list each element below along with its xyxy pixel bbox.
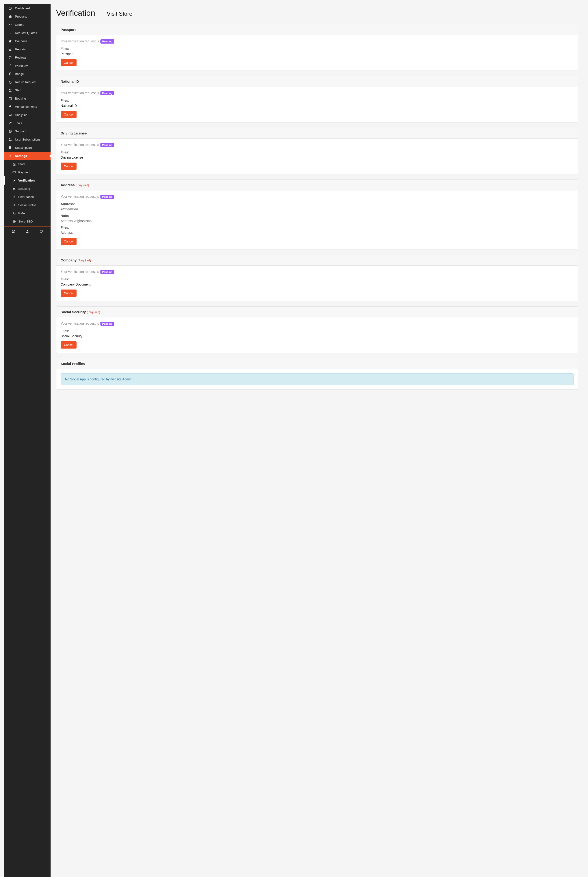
users-icon bbox=[8, 138, 13, 141]
submenu-item-label: Social Profile bbox=[18, 203, 36, 207]
sidebar-item-tools[interactable]: Tools bbox=[4, 119, 51, 127]
submenu-item-label: Shipping bbox=[18, 187, 30, 190]
undo-icon bbox=[12, 212, 16, 215]
sidebar-item-products[interactable]: Products bbox=[4, 12, 51, 21]
sidebar-item-settings[interactable]: Settings bbox=[4, 152, 51, 160]
life-ring-icon bbox=[8, 129, 13, 133]
files-label: Files: bbox=[61, 329, 574, 333]
user-icon[interactable] bbox=[26, 230, 29, 234]
card-body: Your verification request is PendingFile… bbox=[56, 35, 578, 71]
sidebar-item-label: Coupons bbox=[15, 39, 27, 43]
sidebar-item-return-request[interactable]: Return Request bbox=[4, 78, 51, 86]
sidebar-item-request-quotes[interactable]: Request Quotes bbox=[4, 29, 51, 37]
status-badge: Pending bbox=[100, 91, 114, 95]
submenu-item-store[interactable]: Store bbox=[4, 160, 51, 168]
required-label: (Required) bbox=[78, 259, 91, 262]
sidebar-item-support[interactable]: Support bbox=[4, 127, 51, 135]
status-badge: Pending bbox=[100, 195, 114, 199]
status-line: Your verification request is Pending bbox=[61, 322, 574, 325]
files-label: Files: bbox=[61, 226, 574, 229]
globe-icon bbox=[12, 220, 16, 223]
sidebar-item-label: Reviews bbox=[15, 56, 27, 59]
sidebar-item-reports[interactable]: Reports bbox=[4, 45, 51, 53]
verification-card-social-security: Social Security (Required)Your verificat… bbox=[56, 306, 578, 353]
gift-icon bbox=[8, 39, 13, 43]
note-value: Address: Afghanistan bbox=[61, 219, 574, 223]
sidebar-item-label: Return Request bbox=[15, 80, 36, 84]
cancel-button[interactable]: Cancel bbox=[61, 162, 76, 170]
cancel-button[interactable]: Cancel bbox=[61, 111, 76, 118]
sidebar-item-booking[interactable]: Booking bbox=[4, 95, 51, 102]
card-header: Passport bbox=[56, 24, 578, 35]
card-header: National ID bbox=[56, 76, 578, 87]
sidebar-item-withdraw[interactable]: Withdraw bbox=[4, 62, 51, 70]
sidebar-item-coupons[interactable]: Coupons bbox=[4, 37, 51, 45]
status-line: Your verification request is Pending bbox=[61, 91, 574, 95]
visit-store-link[interactable]: Visit Store bbox=[107, 11, 132, 17]
sidebar-item-subscription[interactable]: Subscription bbox=[4, 144, 51, 152]
status-line: Your verification request is Pending bbox=[61, 195, 574, 199]
status-line: Your verification request is Pending bbox=[61, 270, 574, 274]
external-link-icon[interactable] bbox=[12, 230, 15, 234]
page-title: Verification bbox=[56, 8, 95, 18]
sidebar-item-label: Analytics bbox=[15, 113, 27, 117]
submenu-item-rma[interactable]: RMA bbox=[4, 209, 51, 217]
sidebar-item-label: Orders bbox=[15, 23, 24, 27]
status-badge: Pending bbox=[100, 270, 114, 274]
status-prefix: Your verification request is bbox=[61, 270, 100, 274]
sidebar-item-label: Tools bbox=[15, 121, 22, 125]
submenu-item-social-profile[interactable]: Social Profile bbox=[4, 201, 51, 209]
sidebar-item-label: Withdraw bbox=[15, 64, 28, 68]
submenu-item-label: ShipStation bbox=[18, 195, 34, 199]
area-chart-icon bbox=[8, 113, 13, 117]
comments-icon bbox=[8, 56, 13, 59]
cancel-button[interactable]: Cancel bbox=[61, 341, 76, 349]
required-label: (Required) bbox=[76, 184, 89, 187]
submenu-item-store-seo[interactable]: Store SEO bbox=[4, 217, 51, 226]
sidebar-item-orders[interactable]: Orders bbox=[4, 21, 51, 29]
sidebar-item-label: Support bbox=[15, 129, 26, 133]
sidebar-item-announcements[interactable]: Announcements bbox=[4, 102, 51, 111]
cart-icon bbox=[8, 23, 13, 27]
sidebar-item-analytics[interactable]: Analytics bbox=[4, 111, 51, 119]
status-badge: Pending bbox=[100, 39, 114, 44]
card-title: Address bbox=[61, 183, 75, 187]
submenu-item-payment[interactable]: Payment bbox=[4, 168, 51, 176]
sidebar-item-user-subscriptions[interactable]: User Subscriptions bbox=[4, 135, 51, 144]
undo-icon bbox=[8, 80, 13, 84]
card-body: Your verification request is PendingAddr… bbox=[56, 190, 578, 249]
cancel-button[interactable]: Cancel bbox=[61, 59, 76, 66]
chart-icon bbox=[8, 48, 13, 51]
file-name: Address bbox=[61, 231, 574, 235]
card-header: Company (Required) bbox=[56, 255, 578, 266]
power-icon[interactable] bbox=[39, 230, 43, 234]
card-title: Passport bbox=[61, 28, 76, 32]
sidebar-item-badge[interactable]: Badge bbox=[4, 70, 51, 78]
address-value: Afghanistan bbox=[61, 207, 574, 211]
verification-card-address: Address (Required)Your verification requ… bbox=[56, 179, 578, 250]
card-header: Social Security (Required) bbox=[56, 307, 578, 317]
card-title: National ID bbox=[61, 80, 79, 83]
file-name: Social Security bbox=[61, 334, 574, 338]
sidebar-item-dashboard[interactable]: Dashboard bbox=[4, 4, 51, 12]
sidebar-item-staff[interactable]: Staff bbox=[4, 86, 51, 95]
sidebar-item-reviews[interactable]: Reviews bbox=[4, 53, 51, 62]
submenu-item-shipping[interactable]: Shipping bbox=[4, 185, 51, 193]
cancel-button[interactable]: Cancel bbox=[61, 290, 76, 297]
files-label: Files: bbox=[61, 150, 574, 154]
list-icon bbox=[8, 31, 13, 35]
file-name: Driving License bbox=[61, 155, 574, 159]
status-prefix: Your verification request is bbox=[61, 322, 100, 325]
cancel-button[interactable]: Cancel bbox=[61, 238, 76, 245]
building-icon bbox=[12, 162, 16, 166]
sidebar-item-label: Reports bbox=[15, 48, 26, 51]
sidebar-item-label: Subscription bbox=[15, 146, 32, 149]
submenu-item-label: Verification bbox=[18, 179, 34, 182]
submenu-item-shipstation[interactable]: ShipStation bbox=[4, 193, 51, 201]
card-header: Driving License bbox=[56, 128, 578, 139]
status-prefix: Your verification request is bbox=[61, 91, 100, 95]
sidebar-item-label: Announcements bbox=[15, 105, 37, 108]
card-icon bbox=[12, 170, 16, 174]
card-title: Social Security bbox=[61, 310, 86, 314]
submenu-item-verification[interactable]: Verification bbox=[4, 176, 51, 185]
